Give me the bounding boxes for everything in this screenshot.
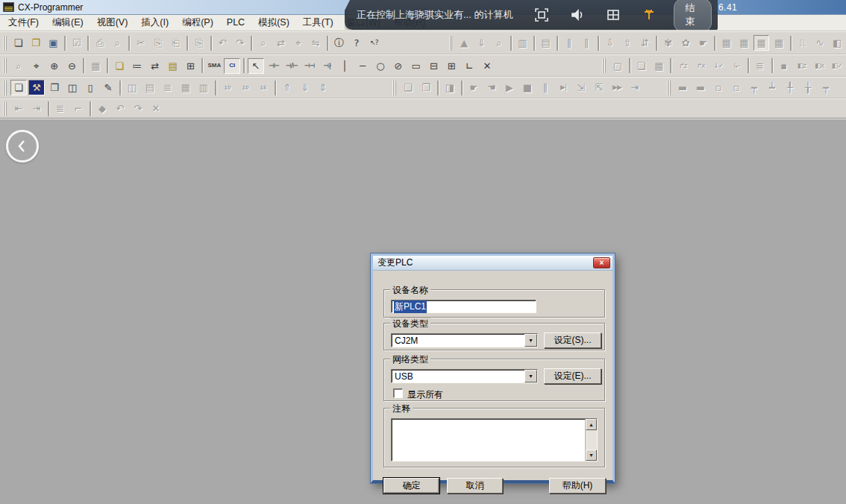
watch-window-dark-button[interactable]: ▪ <box>776 58 792 74</box>
box-x-button[interactable]: ↱x <box>692 58 709 74</box>
show-rung-annotations-button[interactable]: ≔ <box>129 58 145 74</box>
change-all-button[interactable]: ⇋ <box>307 35 323 51</box>
scroll-track[interactable] <box>586 430 597 450</box>
dialog-titlebar[interactable]: 变更PLC × <box>373 256 612 271</box>
show-symbol-bar-button[interactable]: ▤ <box>165 58 181 74</box>
fullscreen-icon[interactable] <box>533 7 550 23</box>
toggle-watch-window-button[interactable]: ❐ <box>46 80 63 95</box>
end-remote-button[interactable]: 结束 <box>674 0 712 32</box>
redo-button[interactable]: ↷ <box>232 35 248 51</box>
force-cancel-button[interactable]: ✕ <box>148 101 164 116</box>
device-name-input[interactable]: 新PLC1 <box>391 300 536 313</box>
clear-breakpoints-button[interactable]: ☚ <box>483 80 500 95</box>
set-breakpoint-button[interactable]: ☛ <box>466 80 482 95</box>
transfer-from-plc-button[interactable]: ⇧ <box>619 35 635 51</box>
new-closed-or-contact-button[interactable]: ⊣∤ <box>319 58 335 74</box>
toolbar-drag-handle[interactable] <box>449 36 453 51</box>
remote-pin-icon[interactable] <box>641 7 657 23</box>
toolbar-drag-handle[interactable] <box>602 58 606 73</box>
menu-view[interactable]: 视图(V) <box>90 14 135 32</box>
menu-simulation[interactable]: 模拟(S) <box>251 14 296 32</box>
new-coil-button[interactable]: ○ <box>372 58 389 74</box>
sim-stop-button[interactable]: ■ <box>519 80 536 95</box>
monitor-view-3-button[interactable]: ▦ <box>753 35 769 51</box>
device-type-dropdown[interactable]: CJ2M ▼ <box>391 333 538 347</box>
copy-button[interactable]: ⎘ <box>151 35 166 51</box>
monitor-mode-button[interactable]: ⌕ <box>491 35 507 51</box>
menu-program[interactable]: 编程(P) <box>175 14 220 32</box>
step-run-button[interactable]: ▶| <box>555 80 571 95</box>
new-file-button[interactable]: ❏ <box>10 35 26 51</box>
find-button[interactable]: ⌕ <box>255 35 271 51</box>
toolbar-drag-handle[interactable] <box>3 36 7 51</box>
force-toggle-button[interactable]: ↷ <box>130 101 146 116</box>
differentiate-down-button[interactable]: ┷ <box>764 80 780 95</box>
step-in-button[interactable]: ⇲ <box>573 80 589 95</box>
cross-reference-popup-button[interactable]: ◫ <box>64 80 81 95</box>
undo-button[interactable]: ↶ <box>215 35 231 51</box>
sim-play-button[interactable]: ▶ <box>501 80 518 95</box>
new-horizontal-line-button[interactable]: ─ <box>354 58 371 74</box>
info-button[interactable]: ⓘ <box>331 35 347 51</box>
split-window-button[interactable]: ◫ <box>124 80 140 95</box>
speaker-icon[interactable] <box>569 7 586 23</box>
zoom-out-button[interactable]: ⊖ <box>64 58 81 74</box>
new-closed-contact-button[interactable]: ⊣/⊢ <box>283 58 300 74</box>
chevron-down-icon[interactable]: ▼ <box>524 370 537 382</box>
io-bit-button-3-button[interactable]: ▫ <box>710 80 727 95</box>
diff-partial-button[interactable]: ┯ <box>818 80 834 95</box>
scroll-down-icon[interactable]: ▼ <box>586 450 597 461</box>
new-plc-instruction-button[interactable]: ▭ <box>408 58 424 74</box>
simulator-online-button[interactable]: ◨ <box>442 80 458 95</box>
box-z-button[interactable]: ↱z <box>674 58 691 74</box>
toggle-local-window-button[interactable]: ▯ <box>82 80 98 95</box>
cycle-time-button[interactable]: ◧ <box>830 35 845 51</box>
diff-down-up-button[interactable]: ╁ <box>800 80 816 95</box>
comment-scrollbar[interactable]: ▲ ▼ <box>585 419 597 461</box>
new-vertical-line-button[interactable]: │ <box>336 58 353 74</box>
new-or-contact-button[interactable]: ⊣⊣ <box>301 58 318 74</box>
mnemonics-view-button[interactable]: ≣ <box>160 80 176 95</box>
run-simulator-button[interactable]: ❏ <box>400 80 416 95</box>
differentiate-up-button[interactable]: ┯ <box>746 80 762 95</box>
plc-io-table-button[interactable]: ▤ <box>142 80 158 95</box>
print-button[interactable]: ⎙ <box>92 35 107 51</box>
delete-selection-button[interactable]: ✕ <box>479 58 495 74</box>
door-check-button[interactable]: ◧✓ <box>829 58 845 74</box>
simulator-transfer-button[interactable]: ❐ <box>418 80 434 95</box>
new-contact-button[interactable]: ⊣⊢ <box>266 58 282 74</box>
monitor-view-1-button[interactable]: ▦ <box>718 35 734 51</box>
signed-decimal-display-button[interactable]: 10 <box>237 80 254 95</box>
menu-edit[interactable]: 编辑(E) <box>46 14 90 32</box>
transfer-to-plc-button[interactable]: ⇩ <box>602 35 618 51</box>
show-comments-button[interactable]: ❏ <box>111 58 128 74</box>
reset-bit-button[interactable]: ⇓ <box>297 80 313 95</box>
new-inverted-instruction-button[interactable]: ⊟ <box>426 58 442 74</box>
force-set-button[interactable]: ◆ <box>94 101 110 116</box>
continuous-step-run-button[interactable]: ▶▶ <box>609 80 625 95</box>
windows-tree-button[interactable]: ⊞ <box>183 58 199 74</box>
plc-clock-button[interactable]: ▢ <box>610 58 626 74</box>
send-online-edit-changes-button[interactable]: ✿ <box>677 35 693 51</box>
decimal-display-button[interactable]: 10 <box>219 80 236 95</box>
align-list-button[interactable]: ≣ <box>52 101 69 116</box>
context-help-button[interactable]: ↖? <box>366 35 382 51</box>
toggle-grid-button[interactable]: ▦ <box>87 58 104 74</box>
time-chart-button[interactable]: ▦ <box>651 58 668 74</box>
help-topics-button[interactable]: ? <box>348 35 364 51</box>
chevron-down-icon[interactable]: ▼ <box>524 334 537 347</box>
scan-run-button[interactable]: ⇥ <box>627 80 643 95</box>
close-icon[interactable]: × <box>593 257 610 268</box>
paste-special-button[interactable]: ⎘ <box>191 35 207 51</box>
print-preview-button[interactable]: ⌕ <box>110 35 125 51</box>
outdent-rung-button[interactable]: ⇤ <box>10 101 27 116</box>
zoom-to-fit-button[interactable]: ⌖ <box>28 58 45 74</box>
io-bit-button-2-button[interactable]: ▬ <box>692 80 709 95</box>
back-button[interactable] <box>6 130 39 163</box>
run-mode-button[interactable]: ⇓ <box>474 35 489 51</box>
show-all-checkbox[interactable] <box>393 388 403 398</box>
monitor-view-2-button[interactable]: ▦ <box>736 35 752 51</box>
compile-program-check-button[interactable]: ☑ <box>69 35 84 51</box>
door-x-button[interactable]: ◧x <box>811 58 827 74</box>
menu-file[interactable]: 文件(F) <box>1 14 46 32</box>
